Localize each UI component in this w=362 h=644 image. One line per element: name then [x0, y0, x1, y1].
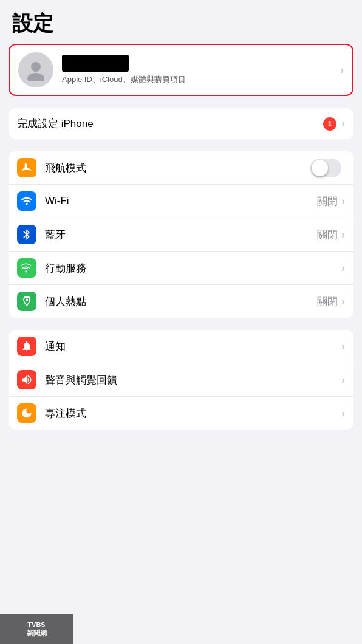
bluetooth-label: 藍牙 — [45, 228, 317, 242]
sound-chevron: › — [341, 374, 345, 386]
sound-label: 聲音與觸覺回饋 — [45, 373, 341, 387]
apple-id-section[interactable]: Apple ID、iCloud、媒體與購買項目 › — [9, 44, 353, 96]
wifi-label: Wi-Fi — [45, 195, 317, 207]
apple-id-subtitle: Apple ID、iCloud、媒體與購買項目 — [62, 74, 340, 85]
airplane-mode-row[interactable]: 飛航模式 — [9, 151, 353, 185]
apple-id-chevron: › — [340, 64, 344, 77]
airplane-icon-box — [17, 158, 36, 177]
sound-icon-box — [17, 370, 36, 389]
wifi-chevron: › — [341, 195, 345, 208]
watermark: TVBS 新聞網 — [0, 614, 73, 644]
setup-badge: 1 — [323, 117, 336, 131]
cellular-chevron: › — [341, 262, 345, 275]
bluetooth-row[interactable]: 藍牙 關閉 › — [9, 218, 353, 252]
hotspot-row[interactable]: 個人熱點 關閉 › — [9, 285, 353, 318]
page-title: 設定 — [0, 0, 362, 44]
hotspot-label: 個人熱點 — [45, 295, 317, 309]
speaker-icon — [21, 374, 33, 386]
apple-id-name-redacted — [62, 55, 129, 72]
notification-chevron: › — [341, 340, 345, 353]
setup-chevron: › — [341, 117, 345, 130]
focus-label: 專注模式 — [45, 406, 341, 420]
complete-setup-row[interactable]: 完成設定 iPhone 1 › — [9, 108, 353, 139]
airplane-icon — [21, 162, 33, 174]
watermark-text: TVBS 新聞網 — [27, 620, 47, 638]
cellular-row[interactable]: 行動服務 › — [9, 252, 353, 285]
focus-icon-box — [17, 403, 36, 423]
hotspot-icon — [21, 295, 33, 307]
complete-setup-label: 完成設定 iPhone — [17, 117, 323, 131]
cellular-icon — [21, 262, 33, 274]
wifi-row[interactable]: Wi-Fi 關閉 › — [9, 185, 353, 218]
connectivity-section: 飛航模式 Wi-Fi 關閉 › 藍牙 關閉 › 行動服務 › — [9, 151, 353, 318]
hotspot-chevron: › — [341, 295, 345, 308]
bluetooth-icon — [21, 228, 33, 241]
hotspot-value: 關閉 — [317, 295, 338, 309]
wifi-icon-box — [17, 191, 36, 211]
notification-row[interactable]: 通知 › — [9, 330, 353, 363]
airplane-toggle[interactable] — [310, 159, 341, 177]
apple-id-info: Apple ID、iCloud、媒體與購買項目 — [62, 55, 340, 85]
bluetooth-chevron: › — [341, 228, 345, 241]
svg-point-0 — [31, 62, 41, 72]
bell-icon — [21, 340, 33, 352]
hotspot-icon-box — [17, 292, 36, 311]
person-icon — [25, 59, 47, 81]
moon-icon — [21, 407, 33, 419]
apple-id-row[interactable]: Apple ID、iCloud、媒體與購買項目 › — [10, 45, 352, 95]
cellular-label: 行動服務 — [45, 261, 341, 275]
notification-icon-box — [17, 337, 36, 356]
focus-row[interactable]: 專注模式 › — [9, 397, 353, 430]
wifi-value: 關閉 — [317, 194, 338, 208]
bluetooth-icon-box — [17, 225, 36, 244]
wifi-icon — [21, 195, 33, 207]
avatar — [18, 52, 53, 87]
cellular-icon-box — [17, 258, 36, 278]
focus-chevron: › — [341, 407, 345, 420]
airplane-label: 飛航模式 — [45, 161, 310, 175]
svg-point-1 — [27, 73, 44, 81]
complete-setup-section: 完成設定 iPhone 1 › — [9, 108, 353, 139]
notification-label: 通知 — [45, 340, 341, 354]
bluetooth-value: 關閉 — [317, 228, 338, 242]
notifications-section: 通知 › 聲音與觸覺回饋 › 專注模式 › — [9, 330, 353, 430]
svg-point-2 — [26, 299, 27, 301]
sound-row[interactable]: 聲音與觸覺回饋 › — [9, 363, 353, 397]
